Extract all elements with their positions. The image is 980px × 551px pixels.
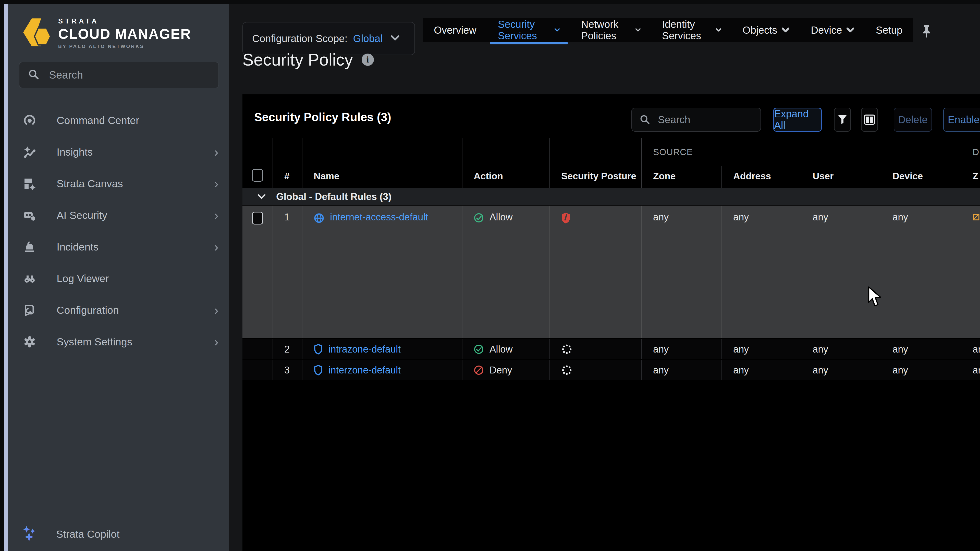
expand-all-button[interactable]: Expand All <box>773 108 822 132</box>
security-posture-cell[interactable] <box>550 206 642 338</box>
column-header-zone[interactable]: Zone <box>642 166 722 188</box>
filter-button[interactable] <box>834 108 851 132</box>
mouse-cursor <box>867 286 883 310</box>
shield-icon <box>313 344 323 354</box>
sidebar-item-command-center[interactable]: Command Center <box>8 105 229 136</box>
tab-device[interactable]: Device <box>800 18 865 42</box>
sidebar-item-incidents[interactable]: Incidents › <box>8 231 229 263</box>
column-header-address[interactable]: Address <box>722 166 801 188</box>
canvas-icon <box>22 177 37 190</box>
allow-check-icon <box>474 213 484 223</box>
columns-button[interactable] <box>861 108 878 132</box>
filter-icon <box>837 114 848 125</box>
sidebar-item-label: System Settings <box>57 336 214 348</box>
rule-number: 2 <box>273 339 302 359</box>
tab-label: Device <box>811 24 842 36</box>
sidebar-search-placeholder: Search <box>49 69 83 81</box>
loading-spinner-icon <box>561 344 573 355</box>
tab-setup[interactable]: Setup <box>865 18 913 42</box>
column-header-dest-zone[interactable]: Z <box>961 166 980 188</box>
card-header: Security Policy Rules (3) Search Expand … <box>242 94 980 138</box>
brand-logo[interactable]: STRATA CLOUD MANAGER BY PALO ALTO NETWOR… <box>8 4 229 51</box>
command-center-icon <box>22 114 37 127</box>
sidebar-item-ai-security[interactable]: AI Security › <box>8 200 229 231</box>
allow-check-icon <box>474 344 484 354</box>
sidebar-item-label: Strata Copilot <box>56 528 119 540</box>
log-viewer-icon <box>22 272 37 285</box>
column-header-security-posture[interactable]: Security Posture <box>550 138 642 188</box>
left-scrollbar[interactable] <box>4 4 8 551</box>
security-posture-cell[interactable] <box>550 339 642 359</box>
column-header-action[interactable]: Action <box>463 138 550 188</box>
tab-network-policies[interactable]: Network Policies <box>570 18 651 42</box>
chevron-right-icon: › <box>214 209 218 222</box>
dest-zone-cell: any <box>961 360 980 380</box>
action-cell: Allow <box>463 206 550 338</box>
tab-objects[interactable]: Objects <box>732 18 800 42</box>
enable-button[interactable]: Enable <box>943 108 980 132</box>
sidebar-item-strata-canvas[interactable]: Strata Canvas › <box>8 168 229 200</box>
tab-security-services[interactable]: Security Services <box>487 18 570 42</box>
deny-slash-icon <box>474 365 484 375</box>
scope-label: Configuration Scope: <box>252 33 348 44</box>
columns-icon <box>864 114 875 125</box>
configuration-icon <box>22 303 37 317</box>
source-user-cell: any <box>801 206 881 338</box>
tab-overview[interactable]: Overview <box>423 18 487 42</box>
sidebar-item-label: Command Center <box>57 114 218 127</box>
column-header-device[interactable]: Device <box>881 166 961 188</box>
delete-button[interactable]: Delete <box>894 108 932 132</box>
table-search-input[interactable]: Search <box>632 108 761 132</box>
row-checkbox-cell <box>242 339 273 359</box>
chevron-down-icon <box>555 27 560 33</box>
rule-number: 3 <box>273 360 302 380</box>
sidebar-item-log-viewer[interactable]: Log Viewer <box>8 263 229 294</box>
table-search-placeholder: Search <box>658 114 690 125</box>
security-posture-cell[interactable] <box>550 360 642 380</box>
chevron-right-icon: › <box>214 145 218 159</box>
tab-identity-services[interactable]: Identity Services <box>651 18 732 42</box>
card-title: Security Policy Rules (3) <box>254 110 391 124</box>
table-row[interactable]: 3 interzone-default Deny any any any <box>242 359 980 380</box>
chevron-down-icon[interactable] <box>257 194 266 200</box>
source-zone-cell: any <box>642 360 722 380</box>
button-label: Expand All <box>774 108 821 131</box>
action-label: Allow <box>490 344 513 355</box>
sidebar-item-label: AI Security <box>57 210 214 221</box>
sidebar-item-strata-copilot[interactable]: Strata Copilot <box>8 522 229 551</box>
chevron-right-icon: › <box>214 303 218 317</box>
chevron-right-icon: › <box>214 177 218 190</box>
insights-icon <box>22 145 37 159</box>
source-address-cell: any <box>722 206 801 338</box>
rule-name-link[interactable]: interzone-default <box>328 365 401 376</box>
rule-name-link[interactable]: internet-access-default <box>330 212 428 223</box>
sidebar-item-label: Incidents <box>57 241 214 253</box>
chevron-right-icon: › <box>214 335 218 348</box>
dest-zone-cell <box>961 206 980 338</box>
sidebar-item-configuration[interactable]: Configuration › <box>8 294 229 326</box>
sidebar-item-insights[interactable]: Insights › <box>8 136 229 168</box>
select-all-checkbox[interactable] <box>252 169 263 182</box>
sidebar-item-label: Insights <box>57 146 214 158</box>
rule-name-cell: internet-access-default <box>302 206 463 338</box>
pin-icon[interactable] <box>918 22 935 40</box>
column-header-user[interactable]: User <box>801 166 881 188</box>
rule-group-row[interactable]: Global - Default Rules (3) <box>242 188 980 206</box>
sidebar-item-label: Log Viewer <box>57 273 218 285</box>
row-checkbox[interactable] <box>252 212 263 224</box>
column-header-name[interactable]: Name <box>302 138 463 188</box>
chevron-down-icon <box>716 27 721 33</box>
info-icon[interactable]: i <box>362 54 374 66</box>
action-label: Allow <box>490 212 513 223</box>
table-row[interactable]: 2 intrazone-default Allow any any any <box>242 338 980 359</box>
rule-name-link[interactable]: intrazone-default <box>328 344 401 355</box>
main-content: Configuration Scope: Global Overview Sec… <box>229 4 980 551</box>
table-row[interactable]: 1 internet-access-default Allow any any … <box>242 206 980 338</box>
palo-alto-hexagon-logo-icon <box>20 15 52 51</box>
page-header: Security Policy i <box>242 50 374 69</box>
sidebar-item-system-settings[interactable]: System Settings › <box>8 326 229 358</box>
action-cell: Deny <box>463 360 550 380</box>
column-header-num[interactable]: # <box>273 138 302 188</box>
sidebar-item-label: Strata Canvas <box>57 178 214 190</box>
sidebar-search-input[interactable]: Search <box>19 62 219 88</box>
